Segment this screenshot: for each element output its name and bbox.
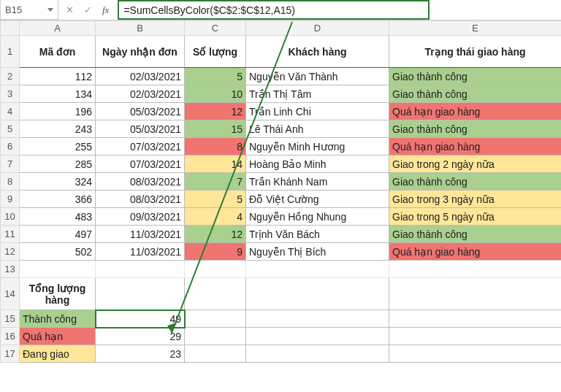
row-header-13[interactable]: 13 — [1, 261, 20, 278]
cell-c14[interactable] — [185, 278, 246, 310]
col-header-b[interactable]: B — [96, 21, 185, 36]
cell-tt[interactable]: Giao trong 2 ngày nữa — [389, 155, 562, 173]
cell-tt[interactable]: Quá hạn giao hàng — [389, 243, 562, 261]
cell-sl[interactable]: 8 — [185, 138, 246, 155]
summary-value-2[interactable]: 23 — [96, 345, 185, 363]
col-header-e[interactable]: E — [389, 21, 562, 36]
cell-ma[interactable]: 483 — [20, 208, 96, 226]
cell-ma[interactable]: 497 — [20, 226, 96, 243]
cell-ma[interactable]: 502 — [20, 243, 96, 261]
cell-a13[interactable] — [20, 261, 96, 278]
cell-tt[interactable]: Giao trong 3 ngày nữa — [389, 191, 562, 208]
header-so-luong[interactable]: Số lượng — [185, 36, 246, 68]
row-header-3[interactable]: 3 — [1, 85, 20, 103]
cell-ngay[interactable]: 07/03/2021 — [96, 138, 185, 155]
row-header-16[interactable]: 16 — [1, 328, 20, 345]
name-box-dropdown-icon[interactable] — [47, 8, 53, 12]
cell-kh[interactable]: Nguyễn Thị Bích — [246, 243, 389, 261]
cell-ngay[interactable]: 05/03/2021 — [96, 103, 185, 120]
row-header-11[interactable]: 11 — [1, 226, 20, 243]
cell-e13[interactable] — [389, 261, 562, 278]
cell-d17[interactable] — [246, 345, 389, 363]
header-ma-don[interactable]: Mã đơn — [20, 36, 96, 68]
cell-sl[interactable]: 14 — [185, 155, 246, 173]
cell-sl[interactable]: 15 — [185, 120, 246, 138]
cell-e15[interactable] — [389, 310, 562, 328]
header-ngay[interactable]: Ngày nhận đơn — [96, 36, 185, 68]
cell-tt[interactable]: Giao thành công — [389, 120, 562, 138]
cell-sl[interactable]: 12 — [185, 226, 246, 243]
row-header-1[interactable]: 1 — [1, 36, 20, 68]
cell-kh[interactable]: Trần Khánh Nam — [246, 173, 389, 191]
cell-ngay[interactable]: 07/03/2021 — [96, 155, 185, 173]
cell-e16[interactable] — [389, 328, 562, 345]
cell-kh[interactable]: Trịnh Văn Bách — [246, 226, 389, 243]
cell-ma[interactable]: 366 — [20, 191, 96, 208]
cell-ngay[interactable]: 02/03/2021 — [96, 85, 185, 103]
cell-sl[interactable]: 9 — [185, 243, 246, 261]
col-header-d[interactable]: D — [246, 21, 389, 36]
col-header-c[interactable]: C — [185, 21, 246, 36]
cell-ma[interactable]: 243 — [20, 120, 96, 138]
cell-sl[interactable]: 12 — [185, 103, 246, 120]
cell-tt[interactable]: Giao thành công — [389, 226, 562, 243]
header-trang-thai[interactable]: Trạng thái giao hàng — [389, 36, 562, 68]
summary-value-0[interactable]: 49 — [96, 310, 185, 328]
row-header-14[interactable]: 14 — [1, 278, 20, 310]
row-header-8[interactable]: 8 — [1, 173, 20, 191]
cell-sl[interactable]: 4 — [185, 208, 246, 226]
cell-c17[interactable] — [185, 345, 246, 363]
cell-kh[interactable]: Trần Thị Tâm — [246, 85, 389, 103]
cell-kh[interactable]: Nguyễn Minh Hương — [246, 138, 389, 155]
formula-input[interactable]: =SumCellsByColor($C$2:$C$12,A15) — [118, 0, 430, 20]
row-header-12[interactable]: 12 — [1, 243, 20, 261]
row-header-4[interactable]: 4 — [1, 103, 20, 120]
row-header-2[interactable]: 2 — [1, 68, 20, 85]
cell-tt[interactable]: Giao thành công — [389, 85, 562, 103]
header-khach-hang[interactable]: Khách hàng — [246, 36, 389, 68]
cell-e17[interactable] — [389, 345, 562, 363]
spreadsheet-grid[interactable]: A B C D E 1 Mã đơn Ngày nhận đơn Số lượn… — [0, 20, 561, 363]
cell-d15[interactable] — [246, 310, 389, 328]
name-box[interactable]: B15 — [0, 0, 58, 20]
col-header-a[interactable]: A — [20, 21, 96, 36]
cell-ma[interactable]: 196 — [20, 103, 96, 120]
cell-kh[interactable]: Hoàng Bảo Minh — [246, 155, 389, 173]
summary-label-2[interactable]: Đang giao — [20, 345, 96, 363]
cell-ma[interactable]: 112 — [20, 68, 96, 85]
fx-icon[interactable]: fx — [102, 4, 109, 16]
cell-kh[interactable]: Đỗ Việt Cường — [246, 191, 389, 208]
cell-sl[interactable]: 5 — [185, 68, 246, 85]
cell-tt[interactable]: Giao thành công — [389, 173, 562, 191]
cell-ma[interactable]: 285 — [20, 155, 96, 173]
accept-icon[interactable]: ✓ — [84, 4, 92, 15]
summary-label-0[interactable]: Thành công — [20, 310, 96, 328]
cell-kh[interactable]: Nguyễn Văn Thành — [246, 68, 389, 85]
row-header-6[interactable]: 6 — [1, 138, 20, 155]
cell-kh[interactable]: Lê Thái Anh — [246, 120, 389, 138]
summary-value-1[interactable]: 29 — [96, 328, 185, 345]
row-header-9[interactable]: 9 — [1, 191, 20, 208]
cell-ngay[interactable]: 09/03/2021 — [96, 208, 185, 226]
cell-b13[interactable] — [96, 261, 185, 278]
cell-d13[interactable] — [246, 261, 389, 278]
cell-b14[interactable] — [96, 278, 185, 310]
cell-ngay[interactable]: 02/03/2021 — [96, 68, 185, 85]
cell-tt[interactable]: Giao thành công — [389, 68, 562, 85]
summary-label-1[interactable]: Quá hạn — [20, 328, 96, 345]
cell-d16[interactable] — [246, 328, 389, 345]
cell-ngay[interactable]: 08/03/2021 — [96, 173, 185, 191]
cell-ma[interactable]: 255 — [20, 138, 96, 155]
summary-header[interactable]: Tổng lượng hàng — [20, 278, 96, 310]
cell-ngay[interactable]: 08/03/2021 — [96, 191, 185, 208]
cell-sl[interactable]: 7 — [185, 173, 246, 191]
cancel-icon[interactable]: ✕ — [66, 4, 74, 15]
cell-c16[interactable] — [185, 328, 246, 345]
row-header-15[interactable]: 15 — [1, 310, 20, 328]
cell-d14[interactable] — [246, 278, 389, 310]
cell-ma[interactable]: 134 — [20, 85, 96, 103]
select-all-corner[interactable] — [1, 21, 20, 36]
cell-e14[interactable] — [389, 278, 562, 310]
cell-sl[interactable]: 10 — [185, 85, 246, 103]
cell-ngay[interactable]: 11/03/2021 — [96, 226, 185, 243]
